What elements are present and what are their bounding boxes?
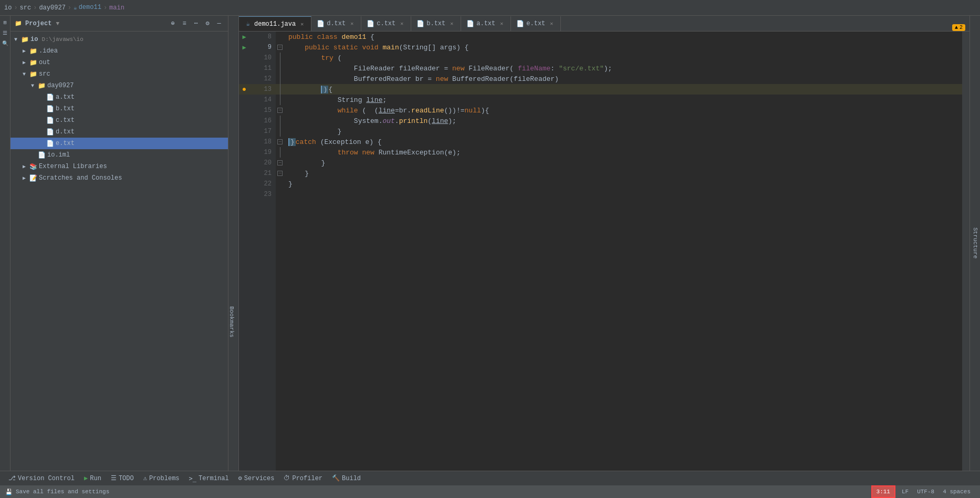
gutter-row-21: 21 — [239, 168, 276, 179]
sidebar-icon-1[interactable]: ⊞ — [1, 18, 10, 27]
gutter-row-22: 22 — [239, 179, 276, 189]
structure-label: Structure — [972, 227, 978, 258]
tree-label-atxt: a.txt — [56, 94, 75, 101]
version-control-icon: ⎇ — [8, 474, 16, 482]
run-icon-9[interactable]: ▶ — [239, 44, 249, 51]
profiler-icon: ⏱ — [284, 474, 290, 482]
fold-15[interactable]: − — [276, 105, 284, 116]
tree-arrow-idea: ▶ — [21, 48, 27, 54]
gutter-row-10: 10 — [239, 53, 276, 63]
fold-21[interactable]: − — [276, 168, 284, 179]
tree-item-ioiml[interactable]: ▶ 📄 io.iml — [11, 149, 228, 161]
bottom-tab-label-build: Build — [342, 475, 361, 482]
bottom-tab-version-control[interactable]: ⎇ Version Control — [4, 472, 79, 485]
tree-item-dtxt[interactable]: ▶ 📄 d.txt — [11, 126, 228, 138]
scrollbar-area[interactable] — [962, 32, 969, 471]
bookmarks-sidebar[interactable]: Bookmarks — [228, 16, 239, 471]
fold-12 — [276, 74, 284, 84]
tree-item-scratches[interactable]: ▶ 📝 Scratches and Consoles — [11, 172, 228, 184]
collapse-all-btn[interactable]: ≡ — [180, 19, 189, 28]
gutter-row-12: 12 — [239, 74, 276, 84]
tree-label-scratches: Scratches and Consoles — [39, 174, 122, 182]
status-right: 3:11 LF UTF-8 4 spaces — [871, 485, 975, 498]
build-icon: 🔨 — [332, 474, 340, 482]
status-position[interactable]: 3:11 — [871, 485, 895, 498]
status-encoding[interactable]: UTF-8 — [913, 489, 939, 495]
code-editor: ▶ 8 ▶ 9 10 1 — [239, 32, 969, 471]
java-icon: ☕ — [74, 4, 77, 11]
tab-ctxt[interactable]: 📄 c.txt ✕ — [361, 16, 411, 31]
tab-bar-end: ▲ 2 — [952, 24, 969, 31]
tree-item-day0927[interactable]: ▼ 📁 day0927 — [11, 80, 228, 91]
fold-icon-13[interactable]: ● — [239, 85, 249, 94]
tree-item-etxt[interactable]: ▶ 📄 e.txt — [11, 138, 228, 149]
code-line-8: public class demo11 { — [284, 32, 962, 42]
fold-9[interactable]: − — [276, 42, 284, 53]
problems-icon: ⚠ — [143, 474, 147, 482]
tab-btxt[interactable]: 📄 b.txt ✕ — [411, 16, 461, 31]
tab-close-dtxt[interactable]: ✕ — [348, 20, 356, 27]
tab-atxt[interactable]: 📄 a.txt ✕ — [461, 16, 511, 31]
bottom-tab-services[interactable]: ⚙ Services — [234, 472, 279, 485]
sidebar-icon-3[interactable]: 🔍 — [1, 39, 10, 48]
code-line-22: } — [284, 179, 962, 189]
bottom-tab-problems[interactable]: ⚠ Problems — [139, 472, 184, 485]
tree-label-btxt: b.txt — [56, 105, 75, 112]
breadcrumb-day0927: day0927 — [39, 4, 65, 12]
status-bar: 💾 Save all files and settings 3:11 LF UT… — [0, 485, 980, 498]
run-icon-8[interactable]: ▶ — [239, 33, 249, 41]
fold-22 — [276, 179, 284, 189]
tree-arrow-scratches: ▶ — [21, 175, 27, 181]
tab-label-atxt: a.txt — [476, 20, 495, 27]
sidebar-icon-2[interactable]: ☰ — [1, 28, 10, 38]
fold-18[interactable]: − — [276, 137, 284, 147]
tab-close-btxt[interactable]: ✕ — [448, 20, 455, 27]
status-lf[interactable]: LF — [898, 489, 913, 495]
breadcrumb-src: src — [20, 4, 32, 12]
tab-close-atxt[interactable]: ✕ — [498, 20, 505, 27]
tree-item-idea[interactable]: ▶ 📁 .idea — [11, 45, 228, 57]
gutter-row-13: ● 13 — [239, 84, 276, 95]
tree-label-src: src — [39, 70, 50, 78]
tree-item-extlibs[interactable]: ▶ 📚 External Libraries — [11, 161, 228, 172]
bottom-tab-label-services: Services — [244, 475, 275, 482]
tab-etxt[interactable]: 📄 e.txt ✕ — [511, 16, 561, 31]
gutter-row-23: 23 — [239, 189, 276, 200]
tab-demo11[interactable]: ☕ demo11.java ✕ — [239, 16, 311, 31]
bottom-tab-profiler[interactable]: ⏱ Profiler — [279, 472, 327, 485]
save-icon: 💾 — [5, 489, 13, 495]
tree-arrow-day0927: ▼ — [29, 82, 36, 89]
tab-close-demo11[interactable]: ✕ — [298, 20, 306, 28]
tab-close-etxt[interactable]: ✕ — [548, 20, 555, 27]
show-options-btn[interactable]: ⋯ — [191, 19, 201, 28]
fold-20[interactable]: − — [276, 158, 284, 168]
code-content[interactable]: public class demo11 { public static void… — [284, 32, 962, 471]
bottom-bar: ⎇ Version Control ▶ Run ☰ TODO ⚠ Problem… — [0, 471, 980, 485]
status-indent[interactable]: 4 spaces — [939, 489, 975, 495]
tree-item-out[interactable]: ▶ 📁 out — [11, 57, 228, 68]
bottom-tab-terminal[interactable]: >_ Terminal — [185, 472, 233, 485]
tree-item-atxt[interactable]: ▶ 📄 a.txt — [11, 91, 228, 103]
project-dropdown-icon[interactable]: ▼ — [56, 20, 59, 27]
bottom-tab-run[interactable]: ▶ Run — [80, 472, 106, 485]
tab-close-ctxt[interactable]: ✕ — [398, 20, 405, 27]
tree-item-io[interactable]: ▼ 📁 io D:\javaws\io — [11, 34, 228, 45]
structure-sidebar[interactable]: Structure — [969, 16, 980, 471]
tab-dtxt[interactable]: 📄 d.txt ✕ — [311, 16, 361, 31]
tab-icon-etxt: 📄 — [516, 20, 524, 27]
minimize-btn[interactable]: — — [214, 19, 224, 28]
tree-label-etxt: e.txt — [56, 140, 75, 147]
bottom-tab-build[interactable]: 🔨 Build — [328, 472, 365, 485]
tab-icon-btxt: 📄 — [416, 20, 424, 27]
save-label: Save all files and settings — [16, 489, 109, 495]
settings-btn[interactable]: ⚙ — [203, 19, 212, 28]
tree-item-btxt[interactable]: ▶ 📄 b.txt — [11, 103, 228, 115]
warning-badge[interactable]: ▲ 2 — [952, 24, 965, 31]
code-line-21: } — [284, 168, 962, 179]
bottom-tab-todo[interactable]: ☰ TODO — [107, 472, 138, 485]
folder-icon-scratches: 📝 — [29, 174, 37, 182]
locate-file-btn[interactable]: ⊕ — [168, 19, 178, 28]
tree-item-src[interactable]: ▼ 📁 src — [11, 68, 228, 80]
file-icon-dtxt: 📄 — [46, 128, 54, 136]
tree-item-ctxt[interactable]: ▶ 📄 c.txt — [11, 115, 228, 126]
